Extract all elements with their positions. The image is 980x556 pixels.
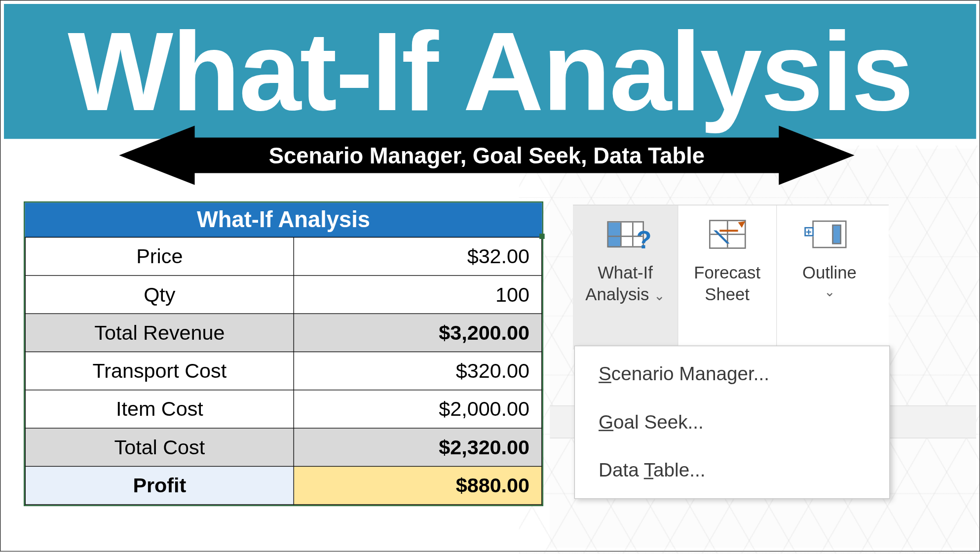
- table-row: Item Cost$2,000.00: [25, 390, 541, 428]
- table-row: Transport Cost$320.00: [25, 352, 541, 390]
- row-value[interactable]: $32.00: [294, 238, 541, 276]
- whatif-analysis-icon: ?: [602, 212, 649, 257]
- menu-goal-seek[interactable]: Goal Seek...: [575, 398, 889, 446]
- menu-scenario-manager[interactable]: Scenario Manager...: [575, 350, 889, 398]
- forecast-sheet-button[interactable]: Forecast Sheet: [678, 205, 777, 350]
- arrow-left-icon: [119, 126, 194, 185]
- whatif-label-1: What-If: [598, 263, 653, 282]
- forecast-label-1: Forecast: [694, 262, 760, 283]
- table-header: What-If Analysis: [25, 203, 542, 237]
- subtitle-arrow-banner: Scenario Manager, Goal Seek, Data Table: [119, 126, 854, 185]
- row-label[interactable]: Profit: [25, 466, 294, 504]
- outline-label: Outline: [802, 262, 857, 283]
- forecast-sheet-icon: [704, 212, 751, 257]
- outline-icon: +: [806, 212, 853, 257]
- row-label[interactable]: Transport Cost: [25, 352, 294, 390]
- row-label[interactable]: Total Revenue: [25, 314, 294, 352]
- arrow-right-icon: [779, 126, 854, 185]
- forecast-label-2: Sheet: [705, 283, 750, 305]
- table-row: Total Cost$2,320.00: [25, 428, 541, 466]
- table-row: Profit$880.00: [25, 466, 541, 504]
- outline-button[interactable]: + Outline ⌄: [777, 205, 882, 350]
- whatif-dropdown-menu: Scenario Manager... Goal Seek... Data Ta…: [574, 346, 890, 499]
- row-value[interactable]: 100: [294, 276, 541, 314]
- table-row: Total Revenue$3,200.00: [25, 314, 541, 352]
- table-row: Qty100: [25, 276, 541, 314]
- row-value[interactable]: $2,000.00: [294, 390, 541, 428]
- row-value[interactable]: $880.00: [294, 466, 541, 504]
- ribbon-forecast-group: ? What-If Analysis ⌄ Forecast Sheet + Ou…: [573, 205, 889, 350]
- chevron-down-icon: ⌄: [824, 283, 835, 300]
- row-label[interactable]: Price: [25, 238, 294, 276]
- table-row: Price$32.00: [25, 238, 541, 276]
- row-value[interactable]: $2,320.00: [294, 428, 541, 466]
- analysis-table: What-If Analysis Price$32.00Qty100Total …: [24, 201, 543, 506]
- chevron-down-icon: ⌄: [654, 288, 665, 302]
- row-label[interactable]: Total Cost: [25, 428, 294, 466]
- header-banner: What-If Analysis: [4, 4, 976, 139]
- row-value[interactable]: $3,200.00: [294, 314, 541, 352]
- whatif-analysis-button[interactable]: ? What-If Analysis ⌄: [573, 205, 678, 350]
- subtitle-body: Scenario Manager, Goal Seek, Data Table: [191, 138, 782, 173]
- row-label[interactable]: Item Cost: [25, 390, 294, 428]
- whatif-label-2: Analysis: [585, 284, 649, 304]
- row-value[interactable]: $320.00: [294, 352, 541, 390]
- page-title: What-If Analysis: [4, 4, 976, 139]
- subtitle-text: Scenario Manager, Goal Seek, Data Table: [269, 143, 705, 168]
- row-label[interactable]: Qty: [25, 276, 294, 314]
- menu-data-table[interactable]: Data Table...: [575, 446, 889, 494]
